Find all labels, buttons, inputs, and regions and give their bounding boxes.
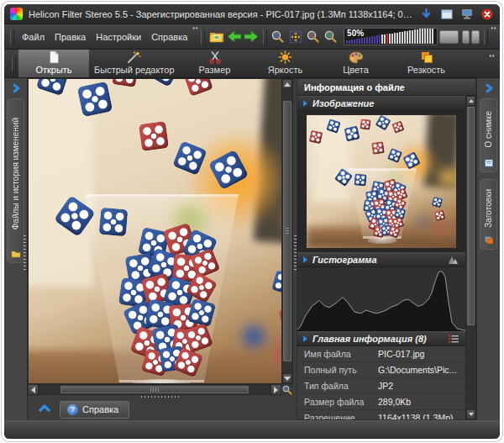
title-bar[interactable]: Helicon Filter Stereo 5.5 - Зарегистриро… [4,4,500,24]
expand-triangle-icon [303,335,307,342]
toolbar-grip[interactable] [201,29,205,45]
horizontal-scroll-thumb[interactable] [60,386,249,393]
sidebar-tab-about-photo[interactable]: О снимке [480,98,497,172]
maximize-icon[interactable] [439,8,454,20]
section-image[interactable]: Изображение [297,96,465,111]
red-die [371,141,385,155]
file-info-value: 1164x1138 (1.3Mp) [378,413,465,419]
sidebar-tab-presets[interactable]: Заготовки [480,179,497,250]
file-info-row[interactable]: Разрешение1164x1138 (1.3Mp) [297,410,465,419]
field-list-icon[interactable] [448,334,459,344]
toolbar: ФайлПравкаНастройкиСправка 1:1 50% [4,24,500,50]
file-info-label: Разрешение [304,413,378,419]
vertical-scroll-track[interactable] [282,89,292,373]
menu-item[interactable]: Справка [146,29,192,45]
file-info-row[interactable]: Полный путьG:\Documents\Pic... [297,362,465,378]
loupe-icon[interactable] [281,384,293,395]
tabbar-grip[interactable] [12,56,16,71]
svg-text:1:1: 1:1 [274,33,280,37]
horizontal-scrollbar[interactable] [28,384,293,395]
next-image-button[interactable] [244,28,260,46]
collapse-help-icon[interactable] [38,402,51,417]
scroll-up-icon[interactable] [466,96,475,106]
blue-die [354,173,366,186]
tab-label: Быстрый редактор [94,65,175,75]
sharpen-icon [420,50,433,64]
tab-sun[interactable]: Яркость [250,50,321,77]
dual-view-button-left[interactable] [462,30,470,44]
section-main-info[interactable]: Главная информация (8) [297,331,465,346]
sun-icon [278,50,292,64]
scroll-up-icon[interactable] [282,79,292,89]
sidebar-tab-files-history[interactable]: Файлы и история изменений [7,98,24,263]
panel-splitter-handle[interactable] [24,235,26,271]
zoom-out-icon[interactable] [305,28,321,46]
expand-right-panel-icon[interactable] [481,82,496,93]
panel-scrollbar[interactable] [465,96,475,419]
display-settings-icon[interactable] [459,8,474,20]
tab-palette[interactable]: Цвета [321,50,391,77]
tab-sharpen[interactable]: Резкость [391,50,462,77]
file-info-panel: Информация о файле Изображение Гистограм… [297,78,476,420]
dual-view-button-right[interactable] [471,30,480,44]
vertical-scroll-thumb[interactable] [283,101,291,362]
vertical-splitter[interactable] [293,78,297,420]
sidebar-tab-label: Заготовки [484,189,493,240]
file-info-table: Имя файлаPIC-017.jpgПолный путьG:\Docume… [297,346,465,419]
section-histogram[interactable]: Гистограмма [297,252,465,267]
panel-scroll-thumb[interactable] [467,107,475,325]
toolbar-grip[interactable] [263,29,267,45]
toolbar-grip[interactable] [10,29,14,45]
file-info-row[interactable]: Тип файлаJP2 [297,378,465,394]
help-tab[interactable]: ? Справка [60,401,129,419]
vertical-scrollbar[interactable] [282,78,293,384]
tab-label: Открыть [35,65,71,75]
expand-triangle-icon [303,100,307,107]
histogram-chart [297,267,465,331]
minimize-icon[interactable] [419,8,433,20]
tab-strip: ОткрытьБыстрый редакторРазмерЯркостьЦвет… [18,50,462,77]
histogram-mode-icon[interactable] [447,255,459,265]
tab-label: Размер [199,65,231,75]
zoom-in-icon[interactable] [323,28,339,46]
zoom-100-icon[interactable]: 1:1 [270,28,286,46]
image-viewport[interactable] [28,78,282,384]
fit-to-window-icon[interactable] [288,28,304,46]
expand-left-panel-icon[interactable] [8,82,24,93]
app-logo-icon [10,8,23,20]
file-info-value: PIC-017.jpg [378,349,465,359]
toolbar-grip[interactable] [484,29,488,45]
tab-wand[interactable]: Быстрый редактор [89,50,180,77]
left-sidebar: Файлы и история изменений [4,78,28,420]
prev-image-button[interactable] [226,28,242,46]
file-info-label: Имя файла [304,349,378,359]
single-view-button[interactable] [439,30,459,44]
file-info-label: Размер файла [304,397,378,407]
menu-item[interactable]: Правка [50,29,91,45]
folder-icon [11,250,21,260]
scroll-down-icon[interactable] [466,409,475,419]
tab-scissors[interactable]: Размер [180,50,250,77]
blue-die [77,81,113,116]
image-editor-column: ? Справка [28,78,293,420]
image-thumbnail[interactable] [307,115,456,248]
overflow-dots-icon[interactable] [489,55,495,57]
panel-scroll-track[interactable] [466,106,475,409]
wand-icon [127,50,141,64]
menu-item[interactable]: Настройки [91,29,146,45]
file-info-row[interactable]: Имя файлаPIC-017.jpg [297,346,465,362]
scroll-down-icon[interactable] [282,373,292,383]
horizontal-scroll-track[interactable] [39,384,270,395]
overflow-dots-icon[interactable] [192,27,198,29]
file-info-row[interactable]: Размер файла289,0Kb [297,394,465,410]
menu-item[interactable]: Файл [17,29,50,45]
application-window: Helicon Filter Stereo 5.5 - Зарегистриро… [4,4,500,439]
red-die [139,121,169,151]
close-icon[interactable] [480,8,494,20]
overflow-dots-icon[interactable] [491,27,496,29]
scroll-right-icon[interactable] [270,384,281,395]
zoom-slider[interactable]: 50% [344,28,438,45]
tab-document[interactable]: Открыть [18,50,89,77]
scroll-left-icon[interactable] [28,384,39,395]
open-folder-button[interactable] [208,28,224,46]
